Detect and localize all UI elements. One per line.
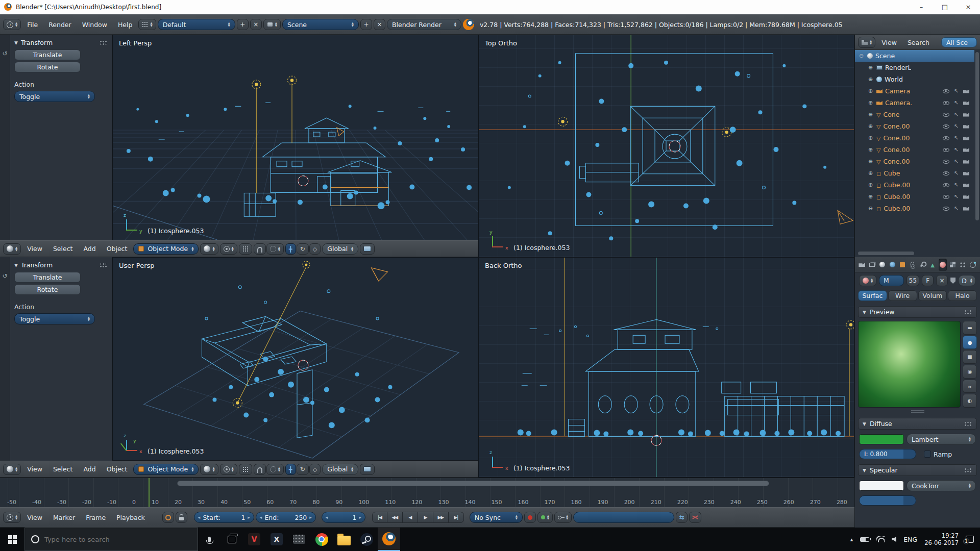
selectability-icon[interactable]: ↖ (954, 193, 959, 200)
increment-icon[interactable]: ▸ (359, 515, 361, 520)
expand-icon[interactable]: ⊕ (867, 170, 874, 177)
link-dropdown[interactable]: D (958, 275, 976, 286)
menu-search[interactable]: Search (903, 39, 934, 46)
app-icon-steam[interactable] (355, 528, 378, 551)
fake-user-button[interactable]: F (922, 275, 934, 286)
tab-scene-icon[interactable] (878, 259, 887, 271)
menu-frame[interactable]: Frame (81, 514, 110, 521)
app-icon-chrome[interactable] (310, 528, 333, 551)
current-frame-field[interactable]: ◂1▸ (322, 512, 365, 523)
material-name-field[interactable]: M (879, 275, 904, 286)
diffuse-shader-dropdown[interactable]: Lambert (906, 434, 976, 445)
outliner-scrollbar[interactable] (975, 52, 979, 220)
keying-indicator-button[interactable] (537, 512, 553, 523)
expand-icon[interactable]: ⊕ (867, 158, 874, 165)
render-preview-button[interactable] (360, 464, 375, 475)
renderability-icon[interactable] (963, 136, 969, 140)
manipulator-rotate-button[interactable] (297, 464, 309, 475)
expand-icon[interactable]: ⊕ (867, 146, 874, 153)
timeline-ruler[interactable]: -50-40-30-20-100102030405060708090100110… (0, 478, 854, 507)
manipulator-rotate-button[interactable] (297, 243, 309, 255)
expand-icon[interactable]: ⊕ (867, 123, 874, 130)
sync-dropdown[interactable]: No Sync (470, 512, 523, 523)
expand-icon[interactable]: ⊕ (867, 88, 874, 94)
lock-button[interactable] (176, 512, 187, 523)
start-button[interactable] (0, 528, 24, 551)
close-button[interactable]: × (957, 0, 980, 14)
menu-window[interactable]: Window (78, 21, 112, 29)
viewport-top-ortho[interactable]: Top Ortho (1) Icosphere.053 y x (478, 35, 854, 257)
tab-surface[interactable]: Surfac (858, 290, 887, 301)
tab-material-icon[interactable] (939, 259, 947, 271)
outliner-row[interactable]: ⊕Camera↖ (855, 85, 974, 97)
tab-render-layers-icon[interactable] (868, 259, 876, 271)
play-reverse-button[interactable]: ◀ (403, 512, 418, 523)
manipulator-translate-button[interactable] (285, 243, 296, 255)
preview-section-header[interactable]: ▼Preview (858, 306, 977, 318)
manipulator-scale-button[interactable] (309, 243, 321, 255)
selectability-icon[interactable]: ↖ (954, 182, 959, 188)
maximize-button[interactable]: □ (933, 0, 957, 14)
expand-icon[interactable]: ⊕ (867, 76, 874, 83)
editor-type-button[interactable] (3, 512, 21, 523)
layers-widget[interactable] (239, 464, 252, 475)
outliner-row[interactable]: ⊕Cone.00↖ (855, 144, 974, 156)
viewport-shading-button[interactable] (200, 243, 218, 255)
specular-section-header[interactable]: ▼Specular (858, 464, 977, 476)
snap-element-button[interactable] (266, 464, 284, 475)
menu-view[interactable]: View (22, 514, 47, 521)
search-input[interactable] (44, 536, 172, 543)
mode-dropdown[interactable]: Object Mode (133, 464, 199, 475)
viewport-back-ortho[interactable]: Back Ortho (1) Icosphere.053 z x (478, 257, 854, 478)
action-toggle-dropdown[interactable]: Toggle (14, 313, 95, 324)
renderability-icon[interactable] (963, 113, 969, 117)
next-keyframe-button[interactable]: ▶▶ (433, 512, 449, 523)
translate-button[interactable]: Translate (14, 49, 81, 60)
outliner-row[interactable]: ⊖Cube.00↖ (855, 203, 974, 214)
tab-texture-icon[interactable] (949, 259, 957, 271)
tab-object-data-icon[interactable] (928, 259, 937, 271)
shelf-tab-strip[interactable]: ↺ (0, 35, 10, 240)
delete-keyframe-button[interactable] (689, 512, 701, 523)
outliner-row[interactable]: ⊕Cone.00↖ (855, 132, 974, 144)
tab-world-icon[interactable] (888, 259, 896, 271)
visibility-icon[interactable] (943, 113, 949, 117)
play-button[interactable]: ▶ (418, 512, 433, 523)
preview-cube-button[interactable]: ■ (963, 350, 977, 364)
diffuse-intensity-slider[interactable]: I: 0.800 (859, 449, 916, 459)
renderability-icon[interactable] (963, 124, 969, 129)
start-frame-field[interactable]: ◂Start:1▸ (194, 512, 254, 523)
renderability-icon[interactable] (963, 195, 969, 199)
visibility-icon[interactable] (943, 195, 949, 199)
menu-select[interactable]: Select (48, 465, 78, 473)
increment-icon[interactable]: ▸ (309, 515, 312, 520)
collapse-icon[interactable]: ⊖ (858, 53, 865, 59)
renderability-icon[interactable] (963, 183, 969, 187)
tab-volume[interactable]: Volum (918, 290, 947, 301)
menu-render[interactable]: Render (44, 21, 76, 29)
editor-type-button[interactable] (3, 464, 21, 475)
preview-sphere2-button[interactable]: ◐ (963, 394, 977, 408)
tab-modifiers-icon[interactable] (919, 259, 927, 271)
tab-halo[interactable]: Halo (948, 290, 977, 301)
app-icon-blender[interactable] (378, 528, 400, 551)
tab-wire[interactable]: Wire (888, 290, 917, 301)
taskbar-search[interactable] (24, 528, 198, 551)
menu-marker[interactable]: Marker (48, 514, 80, 521)
display-filter-dropdown[interactable]: All Sce (941, 37, 977, 47)
tab-render-icon[interactable] (858, 259, 866, 271)
editor-type-button[interactable] (3, 243, 21, 255)
selectability-icon[interactable]: ↖ (954, 146, 959, 153)
outliner-row[interactable]: ⊕Cube↖ (855, 167, 974, 179)
expand-icon[interactable]: ⊕ (867, 193, 874, 200)
menu-add[interactable]: Add (79, 465, 100, 473)
collapse-icon[interactable]: ⊖ (867, 205, 874, 212)
resize-grip[interactable] (911, 410, 924, 413)
menu-view[interactable]: View (22, 465, 47, 473)
selectability-icon[interactable]: ↖ (954, 158, 959, 165)
renderability-icon[interactable] (963, 207, 969, 211)
expand-icon[interactable]: ⊕ (867, 182, 874, 188)
decrement-icon[interactable]: ◂ (326, 515, 328, 520)
clock[interactable]: 19:27 26-06-2017 (924, 532, 959, 546)
menu-view[interactable]: View (22, 245, 47, 253)
